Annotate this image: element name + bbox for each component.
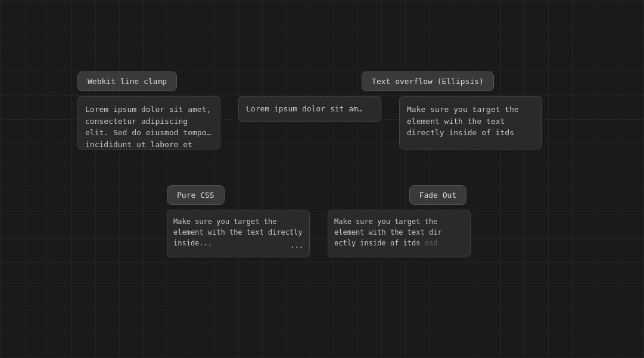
opera-overflow-content-box: Make sure you target the element with th…: [399, 96, 542, 150]
fade-out-content-box: Make sure you target the element with th…: [328, 210, 471, 257]
pure-css-label: Pure CSS: [167, 185, 225, 205]
text-overflow-content-box: Lorem ipsum dolor sit am…: [238, 96, 381, 122]
row1-labels: Webkit line clamp Text overflow (Ellipsi…: [77, 71, 644, 91]
row2-labels: Pure CSS Fade Out: [167, 185, 644, 205]
row1-content: Lorem ipsum dolor sit amet, consectetur …: [77, 96, 644, 150]
webkit-content-box: Lorem ipsum dolor sit amet, consectetur …: [77, 96, 220, 150]
pure-css-content-box: Make sure you target the element with th…: [167, 210, 310, 257]
row2-content: Make sure you target the element with th…: [167, 210, 644, 257]
demo-area: Webkit line clamp Text overflow (Ellipsi…: [77, 71, 644, 257]
text-overflow-label: Text overflow (Ellipsis): [362, 71, 494, 91]
webkit-label: Webkit line clamp: [77, 71, 177, 91]
fade-out-label: Fade Out: [409, 185, 467, 205]
